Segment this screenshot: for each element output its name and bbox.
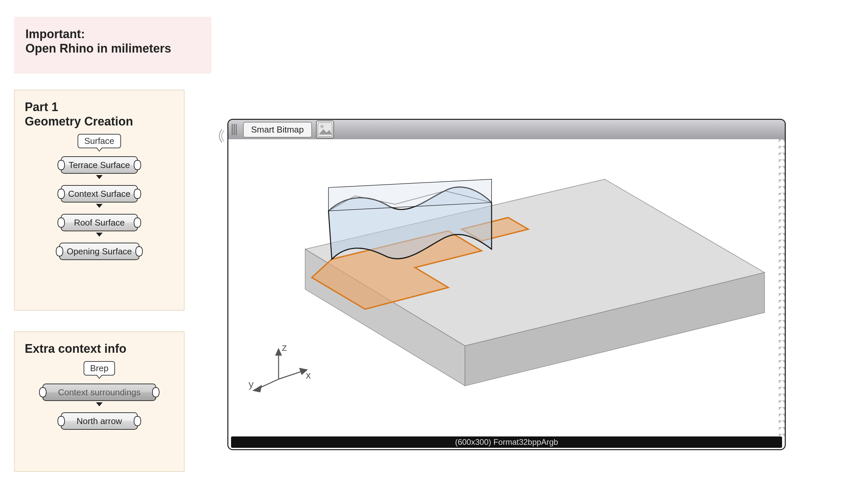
axes-gizmo	[253, 349, 307, 392]
node-roof-surface[interactable]: Roof Surface	[61, 214, 138, 231]
important-line-1: Important:	[25, 27, 200, 41]
image-icon[interactable]	[316, 120, 334, 139]
panel-torn-edge	[779, 139, 785, 436]
panel-resize-grip[interactable]	[216, 128, 226, 143]
smart-bitmap-title: Smart Bitmap	[243, 122, 312, 138]
source-label-brep[interactable]: Brep	[84, 361, 115, 376]
input-port[interactable]	[58, 189, 65, 199]
smart-bitmap-panel[interactable]: Smart Bitmap	[227, 119, 786, 450]
node-context-surroundings[interactable]: Context surroundings	[42, 383, 156, 401]
output-port[interactable]	[134, 189, 141, 199]
node-label: Opening Surface	[66, 246, 132, 257]
input-port[interactable]	[58, 416, 65, 426]
axis-label-z: z	[282, 342, 287, 353]
node-terrace-surface[interactable]: Terrace Surface	[61, 156, 138, 174]
node-opening-surface[interactable]: Opening Surface	[59, 243, 139, 260]
input-port[interactable]	[39, 387, 46, 397]
svg-line-10	[279, 371, 304, 379]
group-extra-context[interactable]: Extra context info Brep Context surround…	[14, 332, 185, 472]
axis-label-x: x	[306, 370, 311, 380]
source-label-surface[interactable]: Surface	[78, 134, 121, 148]
axis-label-y: y	[248, 378, 253, 390]
important-line-2: Open Rhino in milimeters	[25, 41, 200, 56]
node-label: Context Surface	[68, 189, 130, 199]
group-part1-title: Part 1 Geometry Creation	[25, 100, 177, 128]
output-port[interactable]	[134, 416, 141, 426]
output-port[interactable]	[134, 160, 141, 170]
output-port[interactable]	[152, 387, 159, 397]
node-label: Context surroundings	[58, 387, 141, 398]
bitmap-status: (600x300) Format32bppArgb	[231, 436, 782, 448]
node-label: Roof Surface	[74, 218, 125, 228]
node-label: North arrow	[76, 416, 122, 426]
svg-marker-9	[276, 349, 281, 355]
group-part1[interactable]: Part 1 Geometry Creation Surface Terrace…	[14, 90, 185, 311]
node-context-surface[interactable]: Context Surface	[61, 185, 138, 202]
model-render: z x y	[228, 139, 785, 436]
smart-bitmap-titlebar[interactable]: Smart Bitmap	[228, 120, 785, 140]
svg-point-1	[320, 125, 324, 128]
output-port[interactable]	[134, 218, 141, 228]
bitmap-viewport[interactable]: z x y	[228, 139, 785, 436]
input-port[interactable]	[56, 246, 63, 256]
drag-grip-icon[interactable]	[232, 124, 239, 135]
input-port[interactable]	[58, 160, 65, 170]
important-note: Important: Open Rhino in milimeters	[14, 17, 211, 74]
node-label: Terrace Surface	[68, 160, 130, 170]
group-extra-title: Extra context info	[25, 341, 177, 356]
node-north-arrow[interactable]: North arrow	[61, 412, 138, 430]
svg-marker-13	[253, 386, 261, 392]
output-port[interactable]	[135, 246, 143, 256]
input-port[interactable]	[58, 218, 65, 228]
